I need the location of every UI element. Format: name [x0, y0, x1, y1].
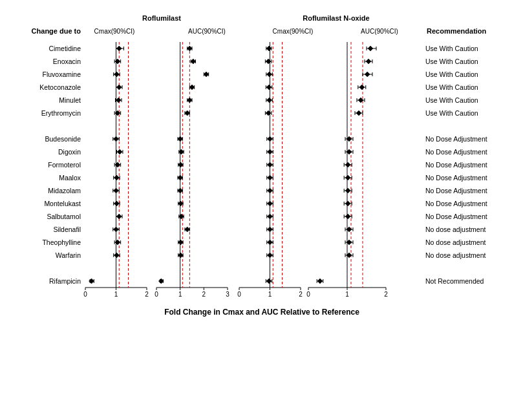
data-point-symbol [267, 149, 272, 154]
drug-name: Cimetidine [48, 45, 81, 52]
data-point-symbol [267, 227, 272, 232]
axis-tick-label: 2 [299, 291, 303, 298]
axis-tick-label: 0 [306, 291, 310, 298]
data-point-symbol [267, 240, 272, 245]
data-point-symbol [267, 188, 272, 193]
roflumilast-header: Roflumilast [142, 14, 181, 22]
data-point-symbol [345, 214, 350, 219]
data-point-symbol [204, 72, 209, 77]
drug-name: Minulet [59, 96, 81, 104]
data-point-symbol [345, 162, 350, 167]
recommendation-text: No Dose Adjustment [425, 200, 487, 207]
data-point-symbol [116, 85, 122, 90]
change-due-to-label: Change due to [31, 27, 81, 35]
axis-tick-label: 0 [237, 291, 241, 298]
chart-container: Change due to Roflumilast Cmax(90%CI) AU… [6, 6, 517, 414]
data-point-symbol [266, 85, 272, 90]
axis-tick-label: 1 [114, 291, 118, 298]
drug-name: Erythromycin [41, 109, 80, 117]
recommendation-text: No dose adjustment [425, 251, 486, 259]
data-point-symbol [359, 85, 364, 90]
nox-auc-header: AUC(90%CI) [361, 28, 398, 35]
recommendation-text: Use With Caution [425, 58, 478, 65]
roflumilast-noxide-header: Roflumilast N-oxide [303, 14, 369, 22]
drug-name: Budesonide [45, 135, 81, 143]
recommendation-header: Recommendation [427, 27, 487, 35]
data-point-symbol [267, 162, 272, 167]
rof-auc-header: AUC(90%CI) [188, 28, 226, 35]
data-point-symbol [345, 188, 350, 193]
data-point-symbol [178, 214, 184, 219]
data-point-symbol [116, 46, 122, 51]
drug-name: Maalox [59, 174, 81, 182]
data-point-symbol [266, 72, 272, 77]
data-point-symbol [177, 136, 182, 142]
data-point-symbol [267, 201, 272, 206]
axis-tick-label: 0 [155, 291, 158, 298]
data-point-symbol [267, 136, 272, 142]
axis-tick-label: 1 [178, 291, 182, 298]
rof-cmax-header: Cmax(90%CI) [94, 28, 134, 35]
drug-name: Theophylline [42, 238, 81, 246]
data-point-symbol [267, 253, 272, 258]
data-point-symbol [116, 98, 121, 103]
data-point-symbol [113, 136, 118, 142]
data-point-symbol [356, 110, 361, 116]
data-point-symbol [190, 59, 195, 64]
data-point-symbol [114, 253, 119, 258]
recommendation-text: Use With Caution [425, 83, 478, 91]
data-point-symbol [177, 175, 182, 180]
drug-name: Rifampicin [48, 277, 80, 285]
data-point-symbol [266, 46, 272, 51]
axis-tick-label: 2 [384, 291, 388, 298]
data-point-symbol [345, 201, 350, 206]
data-point-symbol [113, 188, 118, 193]
drug-name: Fluvoxamine [42, 70, 81, 78]
recommendation-text: No Dose Adjustment [425, 174, 487, 182]
drug-name: Midazolam [48, 187, 81, 194]
data-point-symbol [317, 278, 323, 284]
data-point-symbol [368, 46, 373, 51]
recommendation-text: Not Recommended [425, 277, 484, 285]
axis-tick-label: 1 [268, 291, 272, 298]
data-point-symbol [365, 72, 370, 77]
data-point-symbol [117, 149, 122, 154]
recommendation-text: No dose adjustment [425, 238, 486, 246]
data-point-symbol [114, 201, 119, 206]
data-point-symbol [184, 110, 189, 116]
data-point-symbol [267, 214, 272, 219]
axis-tick-label: 3 [226, 291, 229, 298]
recommendation-text: Use With Caution [425, 45, 478, 52]
data-point-symbol [266, 278, 272, 284]
axis-tick-label: 2 [145, 291, 149, 298]
recommendation-text: Use With Caution [425, 109, 478, 117]
data-point-symbol [366, 59, 371, 64]
data-point-symbol [187, 98, 192, 103]
recommendation-text: Use With Caution [425, 96, 478, 104]
drug-name: Digoxin [58, 148, 80, 156]
data-point-symbol [116, 214, 122, 219]
recommendation-text: Use With Caution [425, 70, 478, 78]
data-point-symbol [189, 85, 195, 90]
axis-tick-label: 0 [83, 291, 87, 298]
data-point-symbol [178, 149, 184, 154]
data-point-symbol [114, 175, 119, 180]
data-point-symbol [345, 175, 350, 180]
data-point-symbol [187, 46, 192, 51]
drug-name: Formoterol [48, 161, 81, 169]
recommendation-text: No Dose Adjustment [425, 148, 487, 156]
nox-cmax-header: Cmax(90%CI) [272, 28, 313, 35]
recommendation-text: No dose adjustment [425, 226, 486, 233]
recommendation-text: No Dose Adjustment [425, 213, 487, 220]
drug-name: Enoxacin [52, 58, 80, 65]
forest-plot-svg: Change due to Roflumilast Cmax(90%CI) AU… [6, 6, 517, 328]
data-point-symbol [177, 188, 182, 193]
drug-name: Ketoconazole [39, 83, 81, 91]
data-point-symbol [184, 227, 189, 232]
axis-tick-label: 2 [202, 291, 206, 298]
recommendation-text: No Dose Adjustment [425, 135, 487, 143]
drug-name: Warfarin [55, 251, 80, 259]
data-point-symbol [114, 72, 119, 77]
axis-tick-label: 1 [345, 291, 349, 298]
data-point-symbol [178, 240, 183, 245]
